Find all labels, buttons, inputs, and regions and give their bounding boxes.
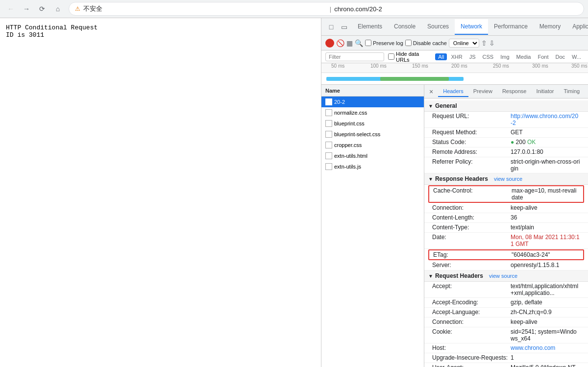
reload-button[interactable]: ⟳ xyxy=(35,2,49,16)
response-headers-view-source[interactable]: view source xyxy=(494,176,522,182)
cookie-row: Cookie: sid=2541; system=Windows_x64 xyxy=(424,327,588,343)
referrer-policy-row: Referrer Policy: strict-origin-when-cros… xyxy=(424,157,588,173)
url-separator: | xyxy=(330,5,331,13)
subtab-more[interactable]: C... xyxy=(585,86,588,97)
server-value: openresty/1.15.8.1 xyxy=(511,262,559,269)
accept-language-label: Accept-Language: xyxy=(432,309,511,316)
close-panel-button[interactable]: × xyxy=(426,88,436,96)
request-url-value: http://www.chrono.com/20-2 xyxy=(511,113,580,126)
security-label: 不安全 xyxy=(83,4,327,13)
tab-elements[interactable]: Elements xyxy=(352,19,388,35)
devtools-inspect-icon[interactable]: □ xyxy=(325,21,337,33)
devtools-device-icon[interactable]: ▭ xyxy=(338,21,350,33)
timeline-ruler: 50 ms 100 ms 150 ms 200 ms 250 ms 300 ms… xyxy=(321,63,588,73)
accept-label: Accept: xyxy=(432,283,511,296)
host-value: www.chrono.com xyxy=(511,344,555,352)
accept-row: Accept: text/html,application/xhtml+xml,… xyxy=(424,282,588,298)
type-xhr[interactable]: XHR xyxy=(448,53,465,60)
devtools-panel: □ ▭ Elements Console Sources Network Per… xyxy=(321,18,588,367)
remote-address-row: Remote Address: 127.0.0.1:80 xyxy=(424,147,588,157)
user-agent-label: User-Agent: xyxy=(432,364,511,367)
address-bar[interactable]: ⚠ 不安全 | chrono.com/20-2 xyxy=(69,2,584,16)
remote-address-value: 127.0.0.1:80 xyxy=(511,148,543,156)
content-length-value: 36 xyxy=(511,214,517,221)
forward-button[interactable]: → xyxy=(20,2,33,16)
throttle-select[interactable]: Online xyxy=(449,39,479,48)
subtab-preview[interactable]: Preview xyxy=(468,86,497,97)
back-button[interactable]: ← xyxy=(4,2,18,16)
file-icon-extn-utils-html xyxy=(325,152,332,159)
host-label: Host: xyxy=(432,344,511,352)
filter-input[interactable] xyxy=(325,52,384,61)
request-headers-view-source[interactable]: view source xyxy=(489,273,517,279)
content-type-label: Content-Type: xyxy=(432,224,511,231)
response-headers-section-header[interactable]: ▼ Response Headers view source xyxy=(424,173,588,185)
tab-network[interactable]: Network xyxy=(455,19,488,35)
status-code-value: ● 200 OK xyxy=(511,139,536,146)
file-icon-20-2 xyxy=(325,98,332,105)
network-content: Name 20-2 normalize.css blueprint.css bl… xyxy=(321,85,588,367)
file-icon-cropper xyxy=(325,142,332,148)
file-item-cropper[interactable]: cropper.css xyxy=(321,140,424,150)
timeline-mark-350ms: 350 ms xyxy=(571,63,588,69)
home-button[interactable]: ⌂ xyxy=(51,2,65,16)
subtab-response[interactable]: Response xyxy=(497,86,532,97)
preserve-log-checkbox[interactable] xyxy=(365,40,371,46)
search-button[interactable]: 🔍 xyxy=(355,39,363,47)
disable-cache-label[interactable]: Disable cache xyxy=(405,40,447,46)
connection-response-label: Connection: xyxy=(432,204,511,212)
connection-response-row: Connection: keep-alive xyxy=(424,203,588,213)
devtools-tab-bar: □ ▭ Elements Console Sources Network Per… xyxy=(321,18,588,36)
preserve-log-label[interactable]: Preserve log xyxy=(365,40,403,46)
download-icon[interactable]: ⇩ xyxy=(489,39,495,47)
file-list-header: Name xyxy=(321,85,424,97)
tab-performance[interactable]: Performance xyxy=(488,19,534,35)
tab-console[interactable]: Console xyxy=(388,19,421,35)
server-label: Server: xyxy=(432,262,511,269)
clear-button[interactable]: 🚫 xyxy=(336,39,344,47)
referrer-policy-label: Referrer Policy: xyxy=(432,158,511,172)
record-button[interactable] xyxy=(325,39,334,48)
type-doc[interactable]: Doc xyxy=(552,53,568,60)
hide-data-urls-checkbox[interactable] xyxy=(388,53,394,60)
file-item-blueprint-select[interactable]: blueprint-select.css xyxy=(321,129,424,140)
cache-control-row: Cache-Control: max-age=10, must-revalida… xyxy=(428,185,584,203)
security-icon: ⚠ xyxy=(75,5,80,12)
sub-tab-bar: × Headers Preview Response Initiator Tim… xyxy=(424,85,588,98)
subtab-headers[interactable]: Headers xyxy=(438,86,468,97)
request-headers-toggle-icon: ▼ xyxy=(428,273,433,279)
file-item-normalize[interactable]: normalize.css xyxy=(321,107,424,118)
subtab-initiator[interactable]: Initiator xyxy=(531,86,559,97)
request-method-label: Request Method: xyxy=(432,129,511,136)
request-headers-section-header[interactable]: ▼ Request Headers view source xyxy=(424,270,588,282)
remote-address-label: Remote Address: xyxy=(432,148,511,156)
tab-memory[interactable]: Memory xyxy=(534,19,566,35)
type-css[interactable]: CSS xyxy=(480,53,497,60)
file-item-20-2[interactable]: 20-2 xyxy=(321,97,424,107)
disable-cache-checkbox[interactable] xyxy=(405,40,412,46)
accept-language-value: zh-CN,zh;q=0.9 xyxy=(511,309,552,316)
content-type-value: text/plain xyxy=(511,224,534,231)
tab-sources[interactable]: Sources xyxy=(421,19,455,35)
timeline-mark-100ms: 100 ms xyxy=(370,63,387,69)
hide-data-urls-label[interactable]: Hide data URLs xyxy=(388,51,431,63)
type-img[interactable]: Img xyxy=(497,53,512,60)
type-font[interactable]: Font xyxy=(535,53,551,60)
filter-button[interactable]: ▦ xyxy=(346,39,353,47)
connection-request-label: Connection: xyxy=(432,318,511,326)
devtools-icon-area: □ ▭ xyxy=(323,21,352,33)
upload-icon[interactable]: ⇧ xyxy=(481,39,487,47)
type-js[interactable]: JS xyxy=(466,53,479,60)
file-icon-blueprint-select xyxy=(325,131,332,138)
file-item-blueprint[interactable]: blueprint.css xyxy=(321,118,424,129)
type-all[interactable]: All xyxy=(435,53,447,60)
nav-buttons: ← → ⟳ ⌂ xyxy=(4,2,65,16)
tab-application[interactable]: Applica... xyxy=(566,19,588,35)
file-item-extn-utils-html[interactable]: extn-utils.html xyxy=(321,150,424,161)
type-ws[interactable]: W... xyxy=(569,53,584,60)
file-item-extn-utils-js[interactable]: extn-utils.js xyxy=(321,161,424,172)
general-section-header[interactable]: ▼ General xyxy=(424,100,588,112)
subtab-timing[interactable]: Timing xyxy=(559,86,585,97)
content-type-row: Content-Type: text/plain xyxy=(424,223,588,233)
type-media[interactable]: Media xyxy=(514,53,534,60)
